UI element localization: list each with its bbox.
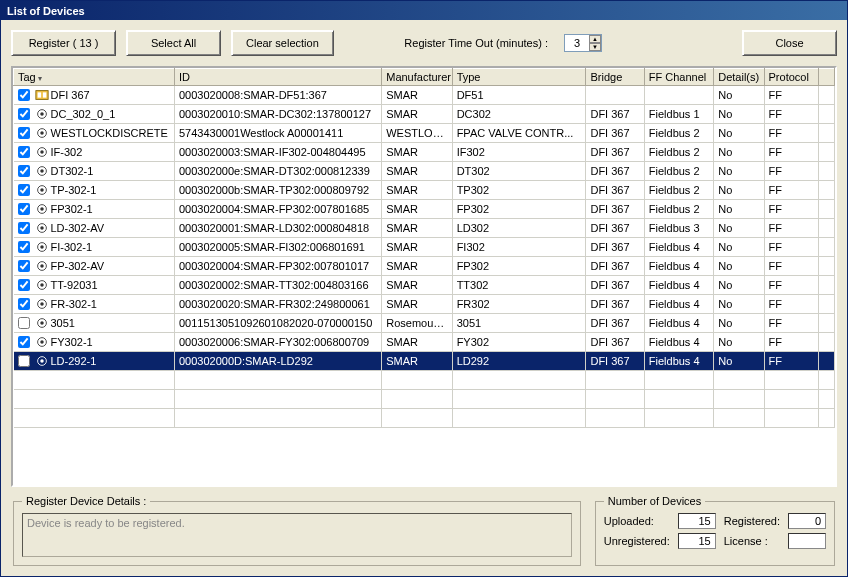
row-protocol: FF (764, 314, 818, 333)
svg-point-4 (40, 112, 44, 116)
col-manufacturer[interactable]: Manufacturer (382, 69, 452, 86)
table-row[interactable]: FR-302-10003020020:SMAR-FR302:249800061S… (14, 295, 835, 314)
bridge-icon (35, 88, 49, 102)
col-type[interactable]: Type (452, 69, 586, 86)
table-row-empty (14, 390, 835, 409)
table-row[interactable]: TT-920310003020002:SMAR-TT302:004803166S… (14, 276, 835, 295)
row-id: 0003020001:SMAR-LD302:000804818 (174, 219, 381, 238)
table-row[interactable]: FP302-10003020004:SMAR-FP302:007801685SM… (14, 200, 835, 219)
row-manufacturer: SMAR (382, 105, 452, 124)
svg-point-6 (40, 131, 44, 135)
license-value (788, 533, 826, 549)
row-type: LD292 (452, 352, 586, 371)
row-checkbox[interactable] (18, 298, 30, 310)
row-id: 0003020006:SMAR-FY302:006800709 (174, 333, 381, 352)
col-protocol[interactable]: Protocol (764, 69, 818, 86)
row-manufacturer: SMAR (382, 143, 452, 162)
row-checkbox[interactable] (18, 260, 30, 272)
row-checkbox[interactable] (18, 279, 30, 291)
svg-point-18 (40, 245, 44, 249)
uploaded-label: Uploaded: (604, 515, 670, 527)
row-id: 0003020003:SMAR-IF302-004804495 (174, 143, 381, 162)
row-checkbox[interactable] (18, 146, 30, 158)
table-row[interactable]: LD-302-AV0003020001:SMAR-LD302:000804818… (14, 219, 835, 238)
row-details: No (714, 124, 764, 143)
table-row[interactable]: 30510011513051092601082020-070000150Rose… (14, 314, 835, 333)
timeout-spinner[interactable]: ▲ ▼ (564, 34, 602, 52)
table-header-row: Tag▾ ID Manufacturer Type Bridge FF Chan… (14, 69, 835, 86)
row-details: No (714, 314, 764, 333)
row-manufacturer: SMAR (382, 162, 452, 181)
row-checkbox[interactable] (18, 184, 30, 196)
table-row[interactable]: IF-3020003020003:SMAR-IF302-004804495SMA… (14, 143, 835, 162)
col-ff-channel[interactable]: FF Channel (644, 69, 713, 86)
row-checkbox[interactable] (18, 127, 30, 139)
row-tag: 3051 (51, 317, 75, 329)
row-bridge: DFI 367 (586, 219, 644, 238)
row-type: IF302 (452, 143, 586, 162)
device-icon (35, 183, 49, 197)
row-bridge: DFI 367 (586, 143, 644, 162)
table-row[interactable]: DT302-1000302000e:SMAR-DT302:000812339SM… (14, 162, 835, 181)
row-type: FPAC VALVE CONTR... (452, 124, 586, 143)
col-details[interactable]: Detail(s) (714, 69, 764, 86)
row-checkbox[interactable] (18, 222, 30, 234)
row-checkbox[interactable] (18, 317, 30, 329)
register-button[interactable]: Register ( 13 ) (11, 30, 116, 56)
table-row[interactable]: LD-292-1000302000D:SMAR-LD292SMARLD292DF… (14, 352, 835, 371)
row-type: FI302 (452, 238, 586, 257)
row-type: TT302 (452, 276, 586, 295)
registered-label: Registered: (724, 515, 780, 527)
row-id: 000302000D:SMAR-LD292 (174, 352, 381, 371)
timeout-up-button[interactable]: ▲ (589, 35, 601, 43)
register-details-group: Register Device Details : Device is read… (13, 495, 581, 566)
table-row[interactable]: DC_302_0_10003020010:SMAR-DC302:13780012… (14, 105, 835, 124)
row-checkbox[interactable] (18, 355, 30, 367)
svg-point-30 (40, 359, 44, 363)
row-checkbox[interactable] (18, 336, 30, 348)
select-all-button[interactable]: Select All (126, 30, 221, 56)
row-protocol: FF (764, 219, 818, 238)
svg-point-12 (40, 188, 44, 192)
row-checkbox[interactable] (18, 165, 30, 177)
table-row[interactable]: TP-302-1000302000b:SMAR-TP302:000809792S… (14, 181, 835, 200)
timeout-input[interactable] (565, 35, 589, 51)
row-details: No (714, 219, 764, 238)
row-bridge: DFI 367 (586, 333, 644, 352)
col-bridge[interactable]: Bridge (586, 69, 644, 86)
timeout-label: Register Time Out (minutes) : (404, 37, 548, 49)
license-label: License : (724, 535, 780, 547)
row-checkbox[interactable] (18, 89, 30, 101)
row-tag: FR-302-1 (51, 298, 97, 310)
close-button[interactable]: Close (742, 30, 837, 56)
clear-selection-button[interactable]: Clear selection (231, 30, 334, 56)
table-row[interactable]: DFI 3670003020008:SMAR-DF51:367SMARDF51N… (14, 86, 835, 105)
col-tag[interactable]: Tag▾ (14, 69, 175, 86)
row-bridge: DFI 367 (586, 238, 644, 257)
col-id[interactable]: ID (174, 69, 381, 86)
svg-point-24 (40, 302, 44, 306)
row-manufacturer: SMAR (382, 238, 452, 257)
row-bridge: DFI 367 (586, 276, 644, 295)
row-type: LD302 (452, 219, 586, 238)
row-checkbox[interactable] (18, 108, 30, 120)
row-protocol: FF (764, 143, 818, 162)
row-checkbox[interactable] (18, 203, 30, 215)
row-ff-channel: Fieldbus 4 (644, 352, 713, 371)
table-row[interactable]: WESTLOCKDISCRETE5743430001Westlock A0000… (14, 124, 835, 143)
row-type: TP302 (452, 181, 586, 200)
table-row[interactable]: FI-302-10003020005:SMAR-FI302:006801691S… (14, 238, 835, 257)
row-details: No (714, 143, 764, 162)
row-ff-channel: Fieldbus 4 (644, 276, 713, 295)
unregistered-value: 15 (678, 533, 716, 549)
col-scroll-gutter (818, 69, 834, 86)
register-details-text: Device is ready to be registered. (22, 513, 572, 557)
row-protocol: FF (764, 181, 818, 200)
row-checkbox[interactable] (18, 241, 30, 253)
row-manufacturer: Rosemount... (382, 314, 452, 333)
table-row[interactable]: FP-302-AV0003020004:SMAR-FP302:007801017… (14, 257, 835, 276)
register-details-legend: Register Device Details : (22, 495, 150, 507)
unregistered-label: Unregistered: (604, 535, 670, 547)
timeout-down-button[interactable]: ▼ (589, 43, 601, 51)
table-row[interactable]: FY302-10003020006:SMAR-FY302:006800709SM… (14, 333, 835, 352)
